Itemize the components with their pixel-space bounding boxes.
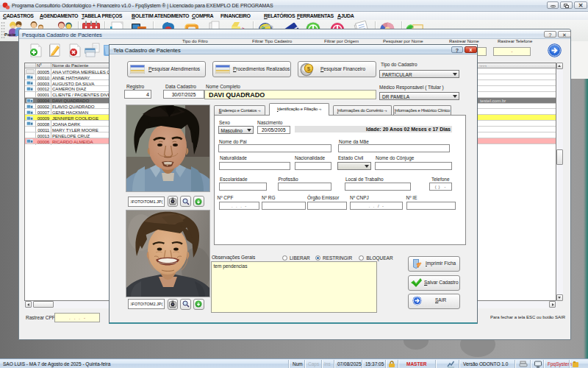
- svg-text:$: $: [307, 66, 311, 72]
